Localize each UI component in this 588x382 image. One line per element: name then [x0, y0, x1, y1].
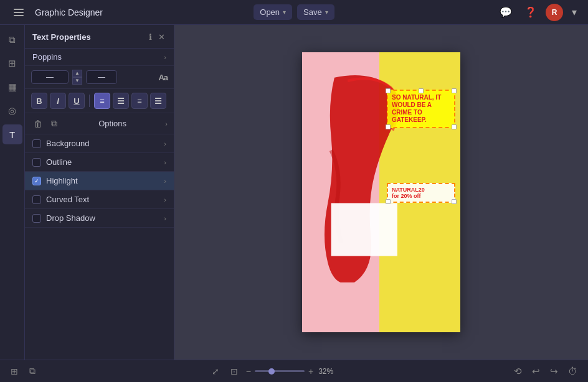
panel-header-icons: ℹ ✕: [148, 31, 166, 43]
resize-handle-tl[interactable]: [386, 88, 391, 93]
letter-spacing-input[interactable]: [86, 70, 117, 84]
size-down-button[interactable]: ▼: [72, 77, 82, 85]
save-chevron-icon: ▾: [325, 9, 328, 16]
outline-label: Outline: [46, 157, 72, 167]
bottom-left: ⊞ ⧉: [7, 364, 39, 378]
font-name: Poppins: [32, 52, 62, 62]
components-icon-button[interactable]: ⊞: [2, 54, 22, 73]
panel-header: Text Properties ℹ ✕: [25, 25, 174, 49]
fit-view-button[interactable]: ⤢: [209, 365, 222, 378]
outline-checkbox[interactable]: [32, 158, 41, 167]
zoom-in-button[interactable]: +: [308, 366, 313, 376]
delete-style-button[interactable]: 🗑: [31, 117, 45, 130]
text-box-main[interactable]: SO NATURAL, IT WOULD BE A CRIME TO GATEK…: [387, 90, 455, 128]
options-row: 🗑 ⧉ Options ›: [25, 113, 174, 134]
size-stepper: ▲ ▼: [72, 70, 82, 85]
restore-button[interactable]: ⟲: [511, 364, 525, 379]
background-label: Background: [46, 139, 89, 148]
bottom-center: ⤢ ⊡ − + 32%: [45, 365, 505, 378]
resize-handle-sub-bl[interactable]: [386, 199, 391, 204]
highlight-label: Highlight: [46, 176, 78, 185]
topbar-right: 💬 ❓ R ▾: [342, 4, 581, 21]
main-area: ⧉ ⊞ ▦ ◎ T Text Properties ℹ ✕ Poppins › …: [0, 25, 588, 360]
align-right-button[interactable]: ≡: [131, 93, 148, 109]
history-button[interactable]: ⏱: [565, 364, 581, 378]
copy-style-button[interactable]: ⧉: [49, 117, 60, 130]
help-icon[interactable]: ❓: [521, 4, 541, 21]
hamburger-icon: [11, 6, 26, 19]
curved-text-chevron-icon: ›: [164, 196, 166, 203]
undo-button[interactable]: ↩: [529, 364, 543, 379]
layers-icon-button[interactable]: ⧉: [2, 30, 22, 50]
zoom-out-button[interactable]: −: [246, 366, 251, 376]
icon-bar: ⧉ ⊞ ▦ ◎ T: [0, 25, 25, 360]
svg-rect-0: [331, 203, 397, 256]
font-chevron-icon: ›: [164, 54, 166, 61]
background-checkbox[interactable]: [32, 139, 41, 148]
underline-button[interactable]: U: [69, 93, 85, 109]
topbar: Graphic Designer Open ▾ Save ▾ 💬 ❓ R ▾: [0, 0, 588, 25]
redo-button[interactable]: ↪: [547, 364, 561, 379]
curved-text-label: Curved Text: [46, 195, 89, 204]
canvas-area[interactable]: SO NATURAL, IT WOULD BE A CRIME TO GATEK…: [174, 25, 588, 360]
bottom-right: ⟲ ↩ ↪ ⏱: [511, 364, 581, 379]
canvas-content: SO NATURAL, IT WOULD BE A CRIME TO GATEK…: [302, 52, 460, 332]
image-icon-button[interactable]: ▦: [2, 77, 22, 97]
resize-handle-br[interactable]: [452, 124, 457, 129]
panel-close-icon[interactable]: ✕: [157, 31, 166, 43]
size-row: ▲ ▼ Aa: [25, 66, 174, 89]
highlight-checkbox[interactable]: [32, 177, 41, 185]
open-chevron-icon: ▾: [283, 9, 286, 16]
bottom-toolbar: ⊞ ⧉ ⤢ ⊡ − + 32% ⟲ ↩ ↪ ⏱: [0, 360, 588, 382]
drop-shadow-checkbox[interactable]: [32, 214, 41, 223]
text-case-button[interactable]: Aa: [158, 73, 168, 82]
effect-row-drop-shadow[interactable]: Drop Shadow ›: [25, 209, 174, 228]
drop-shadow-chevron-icon: ›: [164, 215, 166, 222]
zoom-controls: − +: [246, 366, 313, 376]
comments-icon[interactable]: 💬: [496, 4, 516, 21]
effect-row-curved-text[interactable]: Curved Text ›: [25, 190, 174, 209]
hamburger-menu-button[interactable]: [7, 4, 30, 21]
text-box-sub[interactable]: NATURAL20for 20% off: [387, 183, 455, 203]
layers-view-button[interactable]: ⊞: [7, 364, 21, 378]
zoom-percentage: 32%: [318, 367, 341, 376]
align-center-button[interactable]: ☰: [113, 93, 129, 109]
font-size-input[interactable]: [31, 70, 69, 84]
canvas-main-text: SO NATURAL, IT WOULD BE A CRIME TO GATEK…: [392, 94, 450, 124]
text-icon-button[interactable]: T: [2, 124, 22, 144]
align-justify-button[interactable]: ☰: [150, 93, 166, 109]
open-button[interactable]: Open ▾: [254, 4, 292, 20]
shapes-icon-button[interactable]: ◎: [2, 101, 22, 121]
options-label: Options: [98, 119, 126, 128]
background-chevron-icon: ›: [164, 140, 166, 147]
grid-view-button[interactable]: ⧉: [26, 364, 39, 378]
bold-button[interactable]: B: [31, 93, 47, 109]
options-left: 🗑 ⧉: [31, 117, 60, 130]
size-row-right: Aa: [158, 73, 168, 82]
resize-handle-sub-br[interactable]: [452, 199, 457, 204]
app-title: Graphic Designer: [35, 7, 103, 17]
size-up-button[interactable]: ▲: [72, 70, 82, 77]
effect-row-outline[interactable]: Outline ›: [25, 153, 174, 172]
align-left-button[interactable]: ≡: [94, 93, 110, 109]
effect-left-curved-text: Curved Text: [32, 195, 89, 204]
curved-text-checkbox[interactable]: [32, 195, 41, 204]
drop-shadow-label: Drop Shadow: [46, 213, 95, 223]
zoom-slider[interactable]: [255, 370, 305, 372]
effect-left-outline: Outline: [32, 157, 72, 167]
italic-button[interactable]: I: [50, 93, 66, 109]
effect-left-drop-shadow: Drop Shadow: [32, 213, 95, 223]
effect-row-background[interactable]: Background ›: [25, 134, 174, 153]
font-row[interactable]: Poppins ›: [25, 49, 174, 66]
resize-handle-tc[interactable]: [419, 88, 424, 93]
panel-info-icon[interactable]: ℹ: [148, 31, 153, 43]
avatar[interactable]: R: [546, 4, 563, 21]
resize-handle-tr[interactable]: [452, 88, 457, 93]
save-button[interactable]: Save ▾: [297, 4, 334, 20]
resize-handle-bl[interactable]: [386, 124, 391, 129]
crop-view-button[interactable]: ⊡: [227, 365, 241, 378]
effect-row-highlight[interactable]: Highlight ›: [25, 172, 174, 190]
more-icon[interactable]: ▾: [568, 4, 581, 21]
options-chevron-icon: ›: [165, 120, 168, 128]
format-divider: [89, 95, 90, 107]
